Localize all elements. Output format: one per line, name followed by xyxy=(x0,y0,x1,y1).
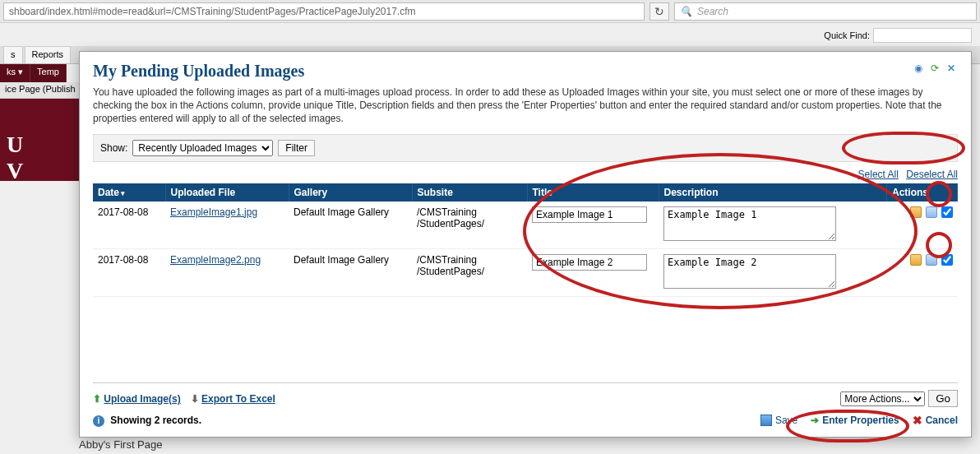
info-icon: i xyxy=(93,415,104,427)
export-icon: ⬇ xyxy=(191,393,199,405)
col-gallery[interactable]: Gallery xyxy=(289,183,412,202)
file-link[interactable]: ExampleImage2.png xyxy=(170,254,261,266)
arrow-right-icon: ➔ xyxy=(811,415,819,426)
record-count: Showing 2 records. xyxy=(110,415,201,426)
col-description[interactable]: Description xyxy=(659,183,887,202)
cell-gallery: Default Image Gallery xyxy=(289,248,412,296)
close-icon[interactable]: ✕ xyxy=(945,62,958,75)
col-actions[interactable]: Actions xyxy=(887,183,958,202)
tab-s[interactable]: s xyxy=(3,46,23,63)
quickfind-label: Quick Find: xyxy=(824,30,870,40)
browser-search[interactable]: 🔍 Search xyxy=(674,2,977,21)
col-subsite[interactable]: Subsite xyxy=(412,183,527,202)
filter-button[interactable]: Filter xyxy=(278,140,315,156)
view-icon[interactable] xyxy=(926,254,937,266)
search-icon: 🔍 xyxy=(680,6,692,17)
reload-button[interactable]: ↻ xyxy=(649,2,669,21)
breadcrumb: ice Page (Publish xyxy=(0,82,81,99)
cancel-button[interactable]: ✖ Cancel xyxy=(913,414,958,427)
save-icon xyxy=(760,415,772,426)
refresh-icon[interactable]: ⟳ xyxy=(928,62,941,75)
dialog-title: My Pending Uploaded Images xyxy=(93,62,304,81)
title-input[interactable] xyxy=(532,254,647,271)
cancel-icon: ✖ xyxy=(913,414,922,427)
description-input[interactable]: Example Image 1 xyxy=(663,206,836,241)
table-row: 2017-08-08 ExampleImage1.jpg Default Ima… xyxy=(93,202,958,249)
upload-images-link[interactable]: Upload Image(s) xyxy=(104,393,180,405)
logo-band: UV xyxy=(0,99,79,181)
images-table: Date▾ Uploaded File Gallery Subsite Titl… xyxy=(93,183,958,297)
export-excel-link[interactable]: Export To Excel xyxy=(201,393,275,405)
sort-icon: ▾ xyxy=(121,189,125,197)
dialog-description: You have uploaded the following images a… xyxy=(93,86,958,126)
cell-date: 2017-08-08 xyxy=(93,202,165,249)
edit-icon[interactable] xyxy=(910,206,922,218)
title-input[interactable] xyxy=(532,206,647,223)
row-checkbox[interactable] xyxy=(941,254,953,266)
col-date[interactable]: Date▾ xyxy=(93,183,165,202)
col-file[interactable]: Uploaded File xyxy=(165,183,289,202)
go-button[interactable]: Go xyxy=(928,390,958,407)
more-actions-select[interactable]: More Actions... xyxy=(840,391,925,406)
col-title[interactable]: Title xyxy=(527,183,659,202)
cell-gallery: Default Image Gallery xyxy=(289,202,412,249)
quickfind-input[interactable] xyxy=(873,28,972,43)
bg-page-title: Abby's First Page xyxy=(79,438,162,451)
darktab-2[interactable]: Temp xyxy=(30,64,67,82)
pending-images-dialog: My Pending Uploaded Images ◉ ⟳ ✕ You hav… xyxy=(79,51,972,438)
view-icon[interactable] xyxy=(926,206,937,218)
url-text: shboard/index.html#mode=read&url=/CMSTra… xyxy=(9,6,416,17)
enter-properties-button[interactable]: ➔ Enter Properties xyxy=(811,414,899,427)
edit-icon[interactable] xyxy=(910,254,922,266)
url-bar[interactable]: shboard/index.html#mode=read&url=/CMSTra… xyxy=(3,2,645,21)
select-all-link[interactable]: Select All xyxy=(858,169,899,180)
upload-icon: ⬆ xyxy=(93,393,101,405)
cell-subsite: /CMSTraining /StudentPages/ xyxy=(412,248,527,296)
file-link[interactable]: ExampleImage1.jpg xyxy=(170,206,257,218)
darktab-1[interactable]: ks ▾ xyxy=(0,64,30,82)
cell-date: 2017-08-08 xyxy=(93,248,165,296)
save-button[interactable]: Save xyxy=(760,414,797,427)
show-select[interactable]: Recently Uploaded Images xyxy=(132,140,273,156)
help-icon[interactable]: ◉ xyxy=(912,62,925,75)
description-input[interactable]: Example Image 2 xyxy=(663,254,836,289)
cell-subsite: /CMSTraining /StudentPages/ xyxy=(412,202,527,249)
deselect-all-link[interactable]: Deselect All xyxy=(906,169,958,180)
tab-reports[interactable]: Reports xyxy=(25,46,72,63)
search-placeholder: Search xyxy=(697,6,728,17)
table-row: 2017-08-08 ExampleImage2.png Default Ima… xyxy=(93,248,958,296)
row-checkbox[interactable] xyxy=(941,206,953,218)
show-label: Show: xyxy=(100,142,127,154)
